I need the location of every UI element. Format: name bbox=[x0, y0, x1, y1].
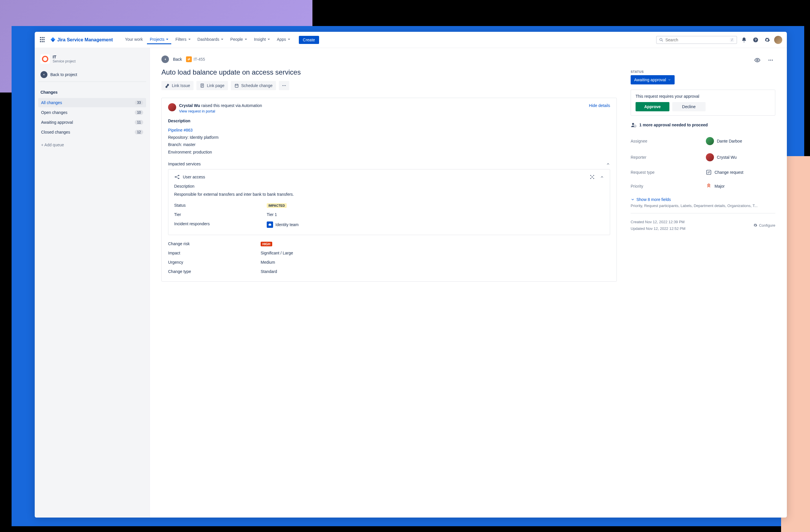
approval-panel: This request requires your approval Appr… bbox=[631, 90, 775, 116]
svg-point-12 bbox=[282, 85, 283, 86]
svg-line-19 bbox=[176, 177, 178, 178]
chevron-up-icon bbox=[606, 162, 610, 166]
nav-projects[interactable]: Projects bbox=[147, 35, 172, 44]
configure-button[interactable]: Configure bbox=[753, 219, 775, 232]
count-badge: 33 bbox=[135, 100, 143, 105]
approval-message: This request requires your approval bbox=[635, 94, 771, 99]
issue-title: Auto load balance update on access servi… bbox=[161, 68, 617, 76]
help-icon[interactable]: ? bbox=[751, 35, 760, 45]
nav-apps[interactable]: Apps bbox=[274, 35, 293, 44]
team-icon bbox=[267, 221, 273, 228]
created-timestamp: Created Nov 12, 2022 12:39 PM bbox=[631, 219, 685, 225]
count-badge: 11 bbox=[135, 120, 143, 124]
hide-details-link[interactable]: Hide details bbox=[589, 103, 610, 108]
nav-people[interactable]: People bbox=[227, 35, 250, 44]
service-status-label: Status bbox=[174, 203, 267, 207]
show-more-fields[interactable]: Show 8 more fields bbox=[631, 193, 775, 203]
service-tier-label: Tier bbox=[174, 212, 267, 217]
chevron-down-icon bbox=[188, 39, 191, 40]
priority-major-icon bbox=[706, 183, 712, 189]
status-dropdown[interactable]: Awaiting approval bbox=[631, 75, 675, 84]
user-avatar[interactable] bbox=[774, 36, 782, 44]
more-icon[interactable] bbox=[766, 55, 775, 65]
assignee-avatar bbox=[706, 137, 714, 145]
sidebar-item-awaiting-approval[interactable]: Awaiting approval 11 bbox=[38, 118, 146, 127]
desc-repo: Repository: Identity platform bbox=[168, 134, 610, 141]
svg-line-1 bbox=[662, 40, 663, 41]
issue-key-text: IT-455 bbox=[194, 57, 205, 62]
priority-value[interactable]: Major bbox=[706, 183, 725, 189]
reporter-value[interactable]: Crystal Wu bbox=[706, 153, 736, 161]
impact-label: Impact bbox=[168, 251, 261, 255]
request-type-value[interactable]: Change request bbox=[706, 169, 743, 175]
project-icon bbox=[40, 54, 50, 64]
chevron-down-icon bbox=[221, 39, 223, 40]
impact-value: Significant / Large bbox=[261, 251, 293, 255]
svg-line-26 bbox=[592, 176, 594, 177]
back-button[interactable] bbox=[161, 55, 169, 63]
sidebar-item-label: Open changes bbox=[41, 110, 67, 115]
gear-icon bbox=[753, 223, 757, 227]
more-fields-hint: Priority, Request participants, Labels, … bbox=[631, 203, 775, 213]
app-switcher-icon[interactable] bbox=[39, 36, 46, 44]
nav-your-work[interactable]: Your work bbox=[122, 35, 146, 44]
create-button[interactable]: Create bbox=[299, 36, 319, 44]
sidebar-item-all-changes[interactable]: All changes 33 bbox=[38, 98, 146, 107]
project-header: IT Service project bbox=[38, 53, 146, 67]
change-request-icon bbox=[706, 169, 712, 175]
sidebar-item-label: All changes bbox=[41, 100, 62, 105]
nav-insight[interactable]: Insight bbox=[251, 35, 273, 44]
pipeline-link[interactable]: Pipeline #863 bbox=[168, 127, 610, 134]
svg-point-15 bbox=[175, 176, 176, 178]
reporter-label: Reporter bbox=[631, 155, 706, 160]
requester-name: Crystal Wu bbox=[179, 103, 200, 108]
service-name: User access bbox=[183, 174, 205, 179]
search-box[interactable]: / bbox=[656, 36, 737, 44]
sidebar-heading: Changes bbox=[38, 88, 146, 97]
watch-icon[interactable] bbox=[753, 55, 762, 65]
notifications-icon[interactable] bbox=[740, 35, 749, 45]
search-input[interactable] bbox=[665, 37, 728, 42]
link-page-button[interactable]: Link page bbox=[196, 81, 228, 90]
jira-icon bbox=[50, 37, 56, 43]
app-window: Jira Service Management Your work Projec… bbox=[35, 32, 787, 518]
sidebar-item-open-changes[interactable]: Open changes 10 bbox=[38, 108, 146, 117]
assignee-value[interactable]: Dante Darboe bbox=[706, 137, 742, 145]
approval-status: 1 more approval needed to proceed bbox=[631, 122, 775, 128]
count-badge: 12 bbox=[135, 130, 143, 134]
add-queue-button[interactable]: + Add queue bbox=[38, 137, 146, 147]
project-name: IT bbox=[53, 55, 76, 59]
chevron-down-icon bbox=[268, 39, 270, 40]
product-logo[interactable]: Jira Service Management bbox=[50, 37, 113, 43]
svg-point-0 bbox=[660, 38, 662, 40]
nav-dashboards[interactable]: Dashboards bbox=[195, 35, 227, 44]
requester-avatar bbox=[168, 103, 176, 111]
link-icon bbox=[165, 83, 169, 88]
back-to-project[interactable]: Back to project bbox=[38, 68, 146, 82]
settings-icon[interactable] bbox=[763, 35, 772, 45]
view-request-portal-link[interactable]: View request in portal bbox=[179, 109, 262, 113]
svg-point-14 bbox=[285, 85, 286, 86]
chevron-down-icon bbox=[245, 39, 247, 40]
service-tier-value: Tier 1 bbox=[267, 212, 277, 217]
chevron-up-icon[interactable] bbox=[600, 175, 604, 179]
urgency-value: Medium bbox=[261, 260, 275, 265]
service-card: User access Description Responsible for … bbox=[168, 169, 610, 235]
graph-icon[interactable] bbox=[589, 174, 595, 180]
impacted-services-toggle[interactable]: Impacted services bbox=[168, 162, 610, 166]
link-issue-button[interactable]: Link Issue bbox=[161, 81, 194, 90]
nav-filters[interactable]: Filters bbox=[173, 35, 193, 44]
chevron-down-icon bbox=[288, 39, 290, 40]
more-actions-button[interactable] bbox=[279, 81, 289, 90]
description-heading: Description bbox=[168, 118, 610, 123]
issue-key-chip[interactable]: IT-455 bbox=[186, 56, 205, 62]
schedule-change-button[interactable]: Schedule change bbox=[231, 81, 276, 90]
change-type-value: Standard bbox=[261, 269, 277, 274]
sidebar-item-closed-changes[interactable]: Closed changes 12 bbox=[38, 128, 146, 137]
decline-button[interactable]: Decline bbox=[672, 102, 706, 111]
back-label: Back bbox=[173, 57, 182, 62]
svg-rect-8 bbox=[235, 84, 238, 87]
approve-button[interactable]: Approve bbox=[635, 102, 669, 111]
svg-point-31 bbox=[757, 59, 758, 61]
svg-line-27 bbox=[591, 177, 592, 178]
